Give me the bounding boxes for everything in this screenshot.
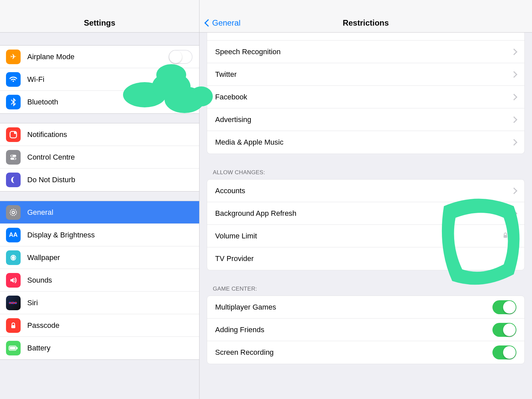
airplane-toggle[interactable] (169, 50, 193, 64)
sidebar-title: Settings (84, 18, 115, 28)
sidebar-item-notifications[interactable]: Notifications (0, 123, 199, 146)
bluetooth-icon (6, 95, 21, 109)
sidebar-item-passcode[interactable]: Passcode (0, 314, 199, 337)
back-label: General (212, 18, 240, 28)
wallpaper-icon (6, 250, 21, 265)
svg-rect-16 (504, 235, 507, 238)
row-label: Screen Recording (215, 348, 274, 357)
chevron-right-icon (511, 94, 517, 100)
detail-navbar: General Restrictions (200, 0, 532, 33)
sidebar-item-dnd[interactable]: Do Not Disturb (0, 169, 199, 191)
sidebar-item-bluetooth[interactable]: Bluetooth On (0, 91, 199, 113)
sidebar-group-notif: Notifications Control Centre Do Not Dist… (0, 123, 199, 192)
row-twitter[interactable]: Twitter (207, 63, 524, 86)
svg-point-6 (10, 209, 17, 215)
sidebar-item-sounds[interactable]: Sounds (0, 269, 199, 292)
sidebar-item-label: Battery (27, 344, 51, 352)
svg-point-1 (14, 132, 16, 134)
lock-icon (6, 318, 21, 333)
airplane-icon: ✈︎ (6, 50, 21, 64)
row-background-app-refresh[interactable]: Background App Refresh (207, 202, 524, 225)
display-icon: AA (6, 228, 21, 242)
row-volume-limit[interactable]: Volume Limit (207, 225, 524, 247)
chevron-right-icon (511, 210, 517, 217)
restrictions-group-partial: Speech Recognition Twitter Facebook Adve… (207, 33, 525, 154)
settings-sidebar: Settings ✈︎ Airplane Mode Wi-Fi (0, 0, 200, 399)
chevron-right-icon (511, 188, 517, 194)
chevron-left-icon (204, 19, 212, 27)
multiplayer-toggle[interactable] (492, 300, 516, 314)
svg-point-7 (12, 211, 14, 213)
chevron-right-icon (511, 255, 517, 262)
row-advertising[interactable]: Advertising (207, 108, 524, 131)
siri-icon (6, 296, 21, 310)
back-button[interactable]: General (203, 18, 240, 28)
detail-title: Restrictions (343, 18, 389, 28)
sidebar-item-siri[interactable]: Siri (0, 292, 199, 314)
sounds-icon (6, 273, 21, 288)
sidebar-item-label: Sounds (27, 276, 52, 285)
row-label: Speech Recognition (215, 48, 281, 56)
row-accounts[interactable]: Accounts (207, 180, 524, 202)
sidebar-item-label: Wi-Fi (27, 75, 44, 84)
gear-icon (6, 205, 21, 220)
adding-friends-toggle[interactable] (492, 323, 516, 337)
row-label: Twitter (215, 70, 237, 79)
sidebar-item-label: Airplane Mode (27, 53, 74, 61)
wifi-icon (6, 72, 21, 87)
screen-recording-toggle[interactable] (492, 345, 516, 359)
row-label: Background App Refresh (215, 209, 297, 218)
row-screen-recording[interactable]: Screen Recording (207, 341, 524, 364)
lock-icon (502, 232, 509, 240)
sidebar-item-label: Wallpaper (27, 253, 60, 262)
row-media-apple-music[interactable]: Media & Apple Music (207, 131, 524, 154)
allow-changes-group: Accounts Background App Refresh Volume L… (207, 179, 525, 270)
row-label: Volume Limit (215, 232, 257, 240)
row-multiplayer-games[interactable]: Multiplayer Games (207, 296, 524, 319)
notifications-icon (6, 127, 21, 142)
sidebar-item-label: Siri (27, 299, 38, 307)
sidebar-item-wifi[interactable]: Wi-Fi (0, 68, 199, 91)
game-center-header: GAME CENTER: (200, 270, 532, 296)
row-label: Adding Friends (215, 326, 264, 334)
sidebar-item-airplane[interactable]: ✈︎ Airplane Mode (0, 46, 199, 68)
sidebar-navbar: Settings (0, 0, 199, 33)
svg-rect-14 (17, 347, 18, 349)
detail-pane: General Restrictions Speech Recognition … (200, 0, 532, 399)
sidebar-item-label: Bluetooth (27, 98, 58, 106)
row-label: Advertising (215, 115, 251, 124)
sidebar-group-general: General AA Display & Brightness Wallpape… (0, 201, 199, 360)
row-facebook[interactable]: Facebook (207, 86, 524, 108)
row-adding-friends[interactable]: Adding Friends (207, 319, 524, 341)
sidebar-item-wallpaper[interactable]: Wallpaper (0, 246, 199, 269)
row-label: Multiplayer Games (215, 303, 276, 312)
game-center-group: Multiplayer Games Adding Friends Screen … (207, 296, 525, 364)
row-label: Accounts (215, 187, 245, 195)
chevron-right-icon (511, 139, 517, 146)
row-speech-recognition[interactable]: Speech Recognition (207, 41, 524, 63)
sidebar-item-battery[interactable]: Battery (0, 337, 199, 359)
chevron-right-icon (511, 116, 517, 123)
sidebar-item-display[interactable]: AA Display & Brightness (0, 224, 199, 246)
chevron-right-icon (511, 49, 517, 55)
sidebar-item-general[interactable]: General (0, 201, 199, 224)
allow-changes-header: ALLOW CHANGES: (200, 154, 532, 179)
sidebar-item-label: Display & Brightness (27, 231, 95, 239)
row-label: TV Provider (215, 254, 254, 263)
svg-rect-12 (11, 325, 15, 328)
sidebar-item-label: Control Centre (27, 153, 75, 162)
moon-icon (6, 173, 21, 187)
row-label: Media & Apple Music (215, 138, 283, 147)
sidebar-item-label: General (27, 208, 53, 217)
sidebar-item-label: Passcode (27, 321, 60, 330)
control-centre-icon (6, 150, 21, 165)
sidebar-item-label: Do Not Disturb (27, 176, 75, 184)
sidebar-item-label: Notifications (27, 130, 67, 139)
chevron-right-icon (511, 71, 517, 78)
battery-icon (6, 341, 21, 355)
row-tv-provider[interactable]: TV Provider (207, 247, 524, 270)
chevron-right-icon (511, 233, 517, 239)
sidebar-item-control-centre[interactable]: Control Centre (0, 146, 199, 169)
svg-rect-15 (10, 347, 15, 350)
svg-point-3 (11, 155, 13, 157)
